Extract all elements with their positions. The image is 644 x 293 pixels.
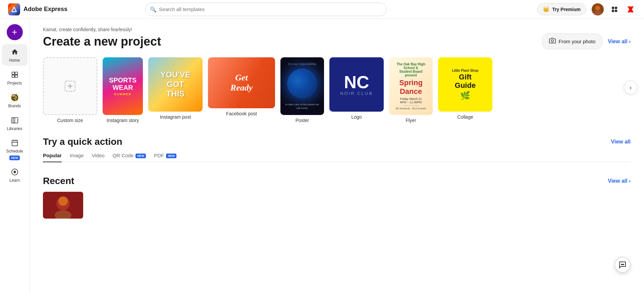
sidebar-learn-label: Learn: [9, 178, 20, 183]
learn-icon: [10, 167, 19, 177]
flyer-thumb: The Oak Bay High School &Student Board p…: [389, 57, 433, 115]
quick-action-view-all-label: View all: [611, 139, 631, 145]
svg-rect-10: [15, 75, 17, 77]
qa-tab-popular[interactable]: Popular: [43, 153, 62, 162]
add-button[interactable]: +: [7, 24, 23, 40]
template-instagram-post[interactable]: YOU'VEGOTTHIS Instagram post: [148, 57, 203, 120]
svg-rect-6: [615, 10, 617, 12]
qrcode-new-badge: NEW: [136, 154, 146, 158]
nav-right: 👑 Try Premium: [537, 3, 636, 15]
adobe-icon[interactable]: [625, 4, 636, 15]
search-input[interactable]: [145, 3, 387, 16]
svg-point-14: [14, 171, 16, 173]
svg-rect-5: [612, 10, 614, 12]
poster-thumb: It is our responsibility to take care of…: [280, 57, 324, 115]
quick-action-section: Try a quick action View all Popular Imag…: [43, 136, 631, 162]
svg-rect-3: [612, 7, 614, 9]
crown-icon: 👑: [543, 6, 549, 12]
qa-tab-pdf[interactable]: PDF NEW: [154, 153, 176, 162]
qa-tab-video-label: Video: [92, 153, 105, 158]
view-all-link[interactable]: View all ›: [608, 39, 631, 45]
template-custom-size[interactable]: Custom size: [43, 57, 97, 123]
qa-tab-pdf-label: PDF: [154, 153, 164, 158]
sidebar-item-libraries[interactable]: Libraries: [2, 113, 28, 134]
pdf-new-badge: NEW: [166, 154, 176, 158]
quick-action-header: Try a quick action View all: [43, 136, 631, 147]
svg-rect-4: [615, 7, 617, 9]
svg-point-15: [551, 40, 554, 42]
svg-rect-7: [12, 72, 14, 74]
fb-post-label: Facebook post: [226, 111, 257, 116]
svg-point-23: [623, 264, 624, 265]
template-custom-size-label: Custom size: [57, 118, 83, 123]
projects-icon: [10, 70, 19, 79]
templates-row: Custom size SPORTS WEAR SUMMER Instagram…: [43, 57, 631, 123]
grid-icon[interactable]: [609, 4, 620, 15]
fb-post-thumb: GetReady: [208, 57, 275, 108]
from-photo-button[interactable]: From your photo: [542, 34, 602, 49]
template-logo[interactable]: NC NOIR CLUB Logo: [329, 57, 384, 120]
view-all-arrow: ›: [629, 39, 631, 45]
flyer-label: Flyer: [406, 118, 416, 123]
logo-thumb: NC NOIR CLUB: [329, 57, 384, 112]
qa-tab-image-label: Image: [70, 153, 84, 158]
recent-section: Recent View all ›: [43, 176, 631, 219]
quick-action-tabs: Popular Image Video QR Code NEW PDF NEW: [43, 153, 631, 162]
template-collage[interactable]: Little Plant Shop GiftGuide 🌿 Collage: [438, 57, 492, 120]
camera-icon: [549, 37, 556, 46]
svg-point-21: [621, 264, 622, 265]
adobe-express-logo[interactable]: [8, 3, 20, 15]
carousel-next-arrow[interactable]: ›: [624, 81, 637, 94]
create-project-header: Create a new project From your photo Vie…: [43, 34, 631, 49]
logo-label: Logo: [351, 114, 362, 120]
section-actions: From your photo View all ›: [542, 34, 631, 49]
svg-point-22: [622, 264, 623, 265]
sidebar-item-learn[interactable]: Learn: [2, 164, 28, 186]
sidebar: + Home Projects 👑: [0, 19, 30, 293]
qa-tab-qrcode[interactable]: QR Code NEW: [113, 153, 146, 162]
collage-thumb: Little Plant Shop GiftGuide 🌿: [438, 57, 492, 112]
custom-size-thumb: [43, 57, 97, 115]
avatar[interactable]: [592, 3, 604, 15]
sidebar-projects-label: Projects: [7, 81, 22, 85]
recent-view-all[interactable]: View all ›: [608, 178, 631, 184]
recent-item-thumbnail[interactable]: [43, 192, 83, 219]
sidebar-home-label: Home: [9, 58, 20, 63]
app-name: Adobe Express: [23, 6, 67, 13]
template-facebook-post[interactable]: GetReady Facebook post: [208, 57, 275, 116]
ig-story-thumb: SPORTS WEAR SUMMER: [103, 57, 143, 115]
home-icon: [10, 47, 19, 57]
svg-rect-12: [12, 140, 17, 146]
qa-tab-qrcode-label: QR Code: [113, 153, 134, 158]
quick-action-view-all[interactable]: View all: [611, 139, 631, 145]
template-flyer[interactable]: The Oak Bay High School &Student Board p…: [389, 57, 433, 123]
try-premium-button[interactable]: 👑 Try Premium: [537, 3, 586, 15]
search-bar: 🔍: [145, 3, 387, 16]
template-instagram-story[interactable]: SPORTS WEAR SUMMER Instagram story: [103, 57, 143, 123]
sidebar-item-brands[interactable]: 👑 Brands: [2, 90, 28, 111]
sidebar-item-schedule[interactable]: Schedule NEW: [2, 135, 28, 163]
chat-bubble-button[interactable]: [614, 257, 631, 273]
qa-tab-video[interactable]: Video: [92, 153, 105, 162]
try-premium-label: Try Premium: [552, 7, 581, 12]
from-photo-label: From your photo: [558, 39, 595, 44]
ig-post-thumb: YOU'VEGOTTHIS: [148, 57, 203, 112]
schedule-new-badge: NEW: [9, 156, 20, 160]
brands-icon: 👑: [10, 93, 19, 102]
svg-point-1: [595, 6, 600, 10]
sidebar-item-home[interactable]: Home: [2, 44, 28, 66]
create-project-title: Create a new project: [43, 35, 161, 49]
ig-post-label: Instagram post: [160, 114, 191, 120]
svg-rect-9: [12, 75, 14, 77]
recent-header: Recent View all ›: [43, 176, 631, 186]
recent-view-all-label: View all: [608, 178, 627, 184]
qa-tab-image[interactable]: Image: [70, 153, 84, 162]
custom-size-icon: [62, 78, 78, 95]
template-poster[interactable]: It is our responsibility to take care of…: [280, 57, 324, 123]
content-area: Kainat, create confidently, share fearle…: [30, 19, 644, 293]
sidebar-item-projects[interactable]: Projects: [2, 67, 28, 89]
schedule-icon: [10, 138, 19, 148]
view-all-label: View all: [608, 39, 627, 45]
svg-rect-8: [15, 72, 17, 74]
collage-label: Collage: [457, 114, 473, 120]
